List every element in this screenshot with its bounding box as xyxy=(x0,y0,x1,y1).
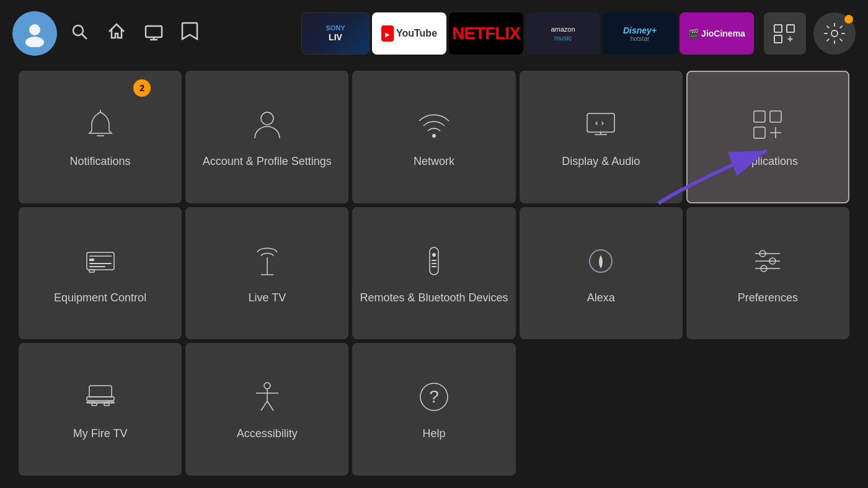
accessibility-label: Accessibility xyxy=(237,427,298,441)
grid-item-live-tv[interactable]: Live TV xyxy=(185,207,348,340)
app-tile-jiocinema[interactable]: 🎬 JioCinema xyxy=(680,12,754,55)
alexa-label: Alexa xyxy=(587,291,615,305)
svg-rect-42 xyxy=(89,386,112,397)
more-apps-button[interactable]: + xyxy=(764,12,806,55)
svg-line-47 xyxy=(261,401,267,410)
app-tile-sonyliv[interactable]: SONYLIV xyxy=(301,12,370,55)
notification-badge: 2 xyxy=(133,79,151,97)
grid-item-equipment[interactable]: Equipment Control xyxy=(19,207,182,340)
remotes-label: Remotes & Bluetooth Devices xyxy=(360,291,508,305)
svg-rect-28 xyxy=(432,260,436,261)
svg-rect-12 xyxy=(587,113,614,132)
svg-rect-38 xyxy=(87,397,114,401)
alexa-icon xyxy=(581,241,621,281)
live-tv-label: Live TV xyxy=(248,291,286,305)
svg-rect-39 xyxy=(87,402,114,403)
app-tile-youtube[interactable]: ▶ YouTube xyxy=(372,12,446,55)
svg-rect-41 xyxy=(104,403,109,406)
svg-line-3 xyxy=(82,34,87,39)
preferences-label: Preferences xyxy=(738,291,798,305)
svg-line-48 xyxy=(267,401,273,410)
home-icon[interactable] xyxy=(107,22,126,46)
svg-rect-30 xyxy=(432,266,436,267)
grid-item-accessibility[interactable]: Accessibility xyxy=(185,343,348,476)
app-tile-disney[interactable]: Disney+ hotstar xyxy=(603,12,677,55)
grid-sq-3 xyxy=(774,35,782,43)
tv-icon[interactable] xyxy=(144,22,164,46)
antenna-icon xyxy=(247,241,287,281)
svg-rect-13 xyxy=(754,111,765,122)
wifi-icon xyxy=(414,105,454,144)
svg-point-11 xyxy=(432,134,436,138)
tv-control-icon xyxy=(81,241,120,281)
person-icon xyxy=(247,105,287,144)
svg-point-0 xyxy=(29,24,40,35)
grid-item-help[interactable]: ? Help xyxy=(352,343,515,476)
svg-rect-19 xyxy=(89,270,94,272)
grid-item-notifications[interactable]: 2 Notifications xyxy=(19,71,182,203)
equipment-label: Equipment Control xyxy=(54,291,146,305)
notifications-label: Notifications xyxy=(70,154,131,169)
grid-item-alexa[interactable]: Alexa xyxy=(520,207,683,340)
svg-point-10 xyxy=(261,112,273,125)
svg-rect-21 xyxy=(89,259,94,261)
grid-item-remotes[interactable]: Remotes & Bluetooth Devices xyxy=(352,207,515,340)
settings-button[interactable] xyxy=(813,12,856,55)
svg-rect-4 xyxy=(146,26,162,37)
help-label: Help xyxy=(422,427,445,441)
grid-sq-2 xyxy=(786,24,795,33)
svg-rect-43 xyxy=(94,401,107,402)
help-icon: ? xyxy=(414,377,454,417)
network-label: Network xyxy=(414,154,454,169)
svg-rect-40 xyxy=(92,403,97,406)
svg-rect-29 xyxy=(432,263,436,264)
applications-label: Applications xyxy=(738,154,798,169)
bookmark-icon[interactable] xyxy=(181,22,198,46)
grid-item-preferences[interactable]: Preferences xyxy=(686,207,849,340)
svg-point-2 xyxy=(73,25,83,35)
grid-sq-plus: + xyxy=(786,35,795,43)
settings-grid: 2 Notifications Account & Profile Settin… xyxy=(0,67,868,488)
settings-notification-dot xyxy=(844,15,853,24)
svg-point-7 xyxy=(831,30,838,37)
monitor-icon xyxy=(581,105,621,144)
app-tile-amazon-music[interactable]: amazonmusic xyxy=(526,12,600,55)
svg-rect-15 xyxy=(754,127,765,138)
grid-item-my-fire-tv[interactable]: My Fire TV xyxy=(19,343,182,476)
svg-point-27 xyxy=(432,253,436,257)
remote-icon xyxy=(414,241,454,281)
grid-sq-1 xyxy=(774,24,782,33)
svg-rect-22 xyxy=(89,263,112,264)
display-audio-label: Display & Audio xyxy=(562,154,640,169)
account-label: Account & Profile Settings xyxy=(203,154,332,169)
my-fire-tv-label: My Fire TV xyxy=(73,427,128,441)
svg-point-1 xyxy=(25,37,44,47)
bell-icon xyxy=(81,105,120,144)
grid-item-network[interactable]: Network xyxy=(352,71,515,203)
grid-item-display-audio[interactable]: Display & Audio xyxy=(520,71,683,203)
nav-icons xyxy=(69,22,198,46)
search-icon[interactable] xyxy=(69,22,89,46)
grid-item-account[interactable]: Account & Profile Settings xyxy=(185,71,348,203)
accessibility-icon xyxy=(247,377,287,417)
app-tile-netflix[interactable]: NETFLIX xyxy=(449,12,523,55)
topbar: SONYLIV ▶ YouTube NETFLIX amazonmusic Di… xyxy=(0,0,868,67)
svg-text:?: ? xyxy=(429,387,439,406)
app-shortcuts: SONYLIV ▶ YouTube NETFLIX amazonmusic Di… xyxy=(301,12,754,55)
fire-tv-icon xyxy=(81,377,120,417)
svg-rect-14 xyxy=(770,111,781,122)
sliders-icon xyxy=(748,241,787,281)
svg-rect-23 xyxy=(89,266,105,267)
svg-point-44 xyxy=(264,383,270,389)
grid-item-applications[interactable]: Applications xyxy=(686,71,849,203)
apps-icon xyxy=(748,105,787,144)
user-avatar[interactable] xyxy=(12,11,57,56)
